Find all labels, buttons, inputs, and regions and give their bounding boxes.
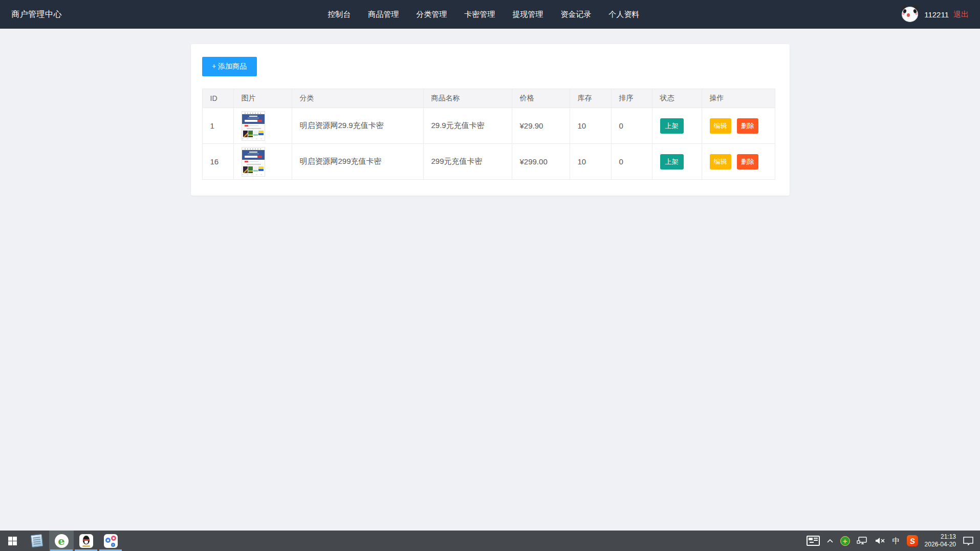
browser-360-icon: e [55, 534, 69, 548]
cell-category: 明启资源网299充值卡密 [292, 144, 423, 180]
product-site-thumbnail [242, 111, 265, 141]
cell-name: 299元充值卡密 [423, 144, 512, 180]
cell-stock: 10 [570, 108, 611, 144]
nav-item-cards[interactable]: 卡密管理 [455, 0, 504, 29]
news-feed-icon[interactable] [807, 536, 820, 546]
volume-muted-icon[interactable] [875, 537, 886, 545]
table-header-row: ID 图片 分类 商品名称 价格 库存 排序 状态 操作 [202, 89, 775, 108]
ime-indicator[interactable]: 中 [892, 536, 900, 546]
notification-icon[interactable] [963, 536, 974, 545]
status-badge: 上架 [660, 154, 684, 169]
cell-image [233, 108, 292, 144]
cell-actions: 编辑 删除 [702, 108, 775, 144]
cell-status: 上架 [652, 144, 702, 180]
taskbar-app-circles[interactable] [98, 531, 123, 551]
product-site-thumbnail [242, 147, 265, 177]
user-area: 112211 退出 [900, 5, 969, 24]
logout-link[interactable]: 退出 [953, 10, 969, 19]
qq-icon [79, 534, 93, 548]
cell-price: ¥299.00 [512, 144, 570, 180]
panda-avatar[interactable] [900, 5, 920, 24]
nav-item-products[interactable]: 商品管理 [359, 0, 407, 29]
username: 112211 [924, 10, 949, 19]
taskbar-apps: e [0, 531, 123, 551]
clock-date: 2026-04-20 [925, 541, 956, 548]
notepad-icon [31, 534, 43, 547]
nav-item-withdraw[interactable]: 提现管理 [504, 0, 552, 29]
status-badge: 上架 [660, 118, 684, 134]
sogou-icon[interactable]: S [907, 535, 918, 546]
col-actions: 操作 [702, 89, 775, 108]
cell-stock: 10 [570, 144, 611, 180]
col-name: 商品名称 [423, 89, 512, 108]
taskbar-app-browser[interactable]: e [49, 531, 74, 551]
cell-image [233, 144, 292, 180]
products-card: + 添加商品 ID 图片 分类 商品名称 价格 库存 排序 状态 操作 [191, 44, 790, 196]
cell-id: 16 [202, 144, 233, 180]
nav-item-funds[interactable]: 资金记录 [552, 0, 600, 29]
edit-button[interactable]: 编辑 [710, 118, 731, 134]
table-row: 16 明启资源网299充值卡密 299元充值卡密 ¥299.00 10 [202, 144, 775, 180]
edit-button[interactable]: 编辑 [710, 154, 731, 169]
col-stock: 库存 [570, 89, 611, 108]
col-id: ID [202, 89, 233, 108]
products-table: ID 图片 分类 商品名称 价格 库存 排序 状态 操作 1 [202, 89, 775, 180]
col-image: 图片 [233, 89, 292, 108]
windows-start-icon [8, 537, 17, 545]
nav-item-profile[interactable]: 个人资料 [600, 0, 648, 29]
clock-time: 21:13 [925, 533, 956, 541]
app-circles-icon [104, 534, 118, 548]
system-tray: + 中 S 21:13 2026-04-20 [807, 531, 980, 551]
table-row: 1 明启资源网29.9充值卡密 29.9元充值卡密 ¥29.90 10 [202, 108, 775, 144]
cell-sort: 0 [611, 108, 652, 144]
app-title: 商户管理中心 [11, 9, 62, 20]
security-green-icon[interactable]: + [840, 536, 850, 546]
cell-price: ¥29.90 [512, 108, 570, 144]
network-icon[interactable] [857, 536, 868, 545]
cell-id: 1 [202, 108, 233, 144]
cell-category: 明启资源网29.9充值卡密 [292, 108, 423, 144]
cell-status: 上架 [652, 108, 702, 144]
col-category: 分类 [292, 89, 423, 108]
add-product-button[interactable]: + 添加商品 [202, 57, 257, 76]
nav-item-categories[interactable]: 分类管理 [407, 0, 455, 29]
nav-item-dashboard[interactable]: 控制台 [319, 0, 359, 29]
chevron-up-icon[interactable] [826, 538, 834, 543]
top-navbar: 商户管理中心 控制台 商品管理 分类管理 卡密管理 提现管理 资金记录 个人资料… [0, 0, 980, 29]
taskbar-app-notepad[interactable] [25, 531, 49, 551]
clock[interactable]: 21:13 2026-04-20 [925, 533, 956, 548]
cell-name: 29.9元充值卡密 [423, 108, 512, 144]
cell-sort: 0 [611, 144, 652, 180]
page-body: + 添加商品 ID 图片 分类 商品名称 价格 库存 排序 状态 操作 [0, 29, 980, 196]
taskbar-app-qq[interactable] [74, 531, 98, 551]
windows-taskbar: e + [0, 531, 980, 551]
delete-button[interactable]: 删除 [737, 154, 758, 169]
col-sort: 排序 [611, 89, 652, 108]
main-nav: 控制台 商品管理 分类管理 卡密管理 提现管理 资金记录 个人资料 [319, 0, 648, 29]
delete-button[interactable]: 删除 [737, 118, 758, 134]
col-price: 价格 [512, 89, 570, 108]
start-button[interactable] [0, 531, 25, 551]
cell-actions: 编辑 删除 [702, 144, 775, 180]
col-status: 状态 [652, 89, 702, 108]
